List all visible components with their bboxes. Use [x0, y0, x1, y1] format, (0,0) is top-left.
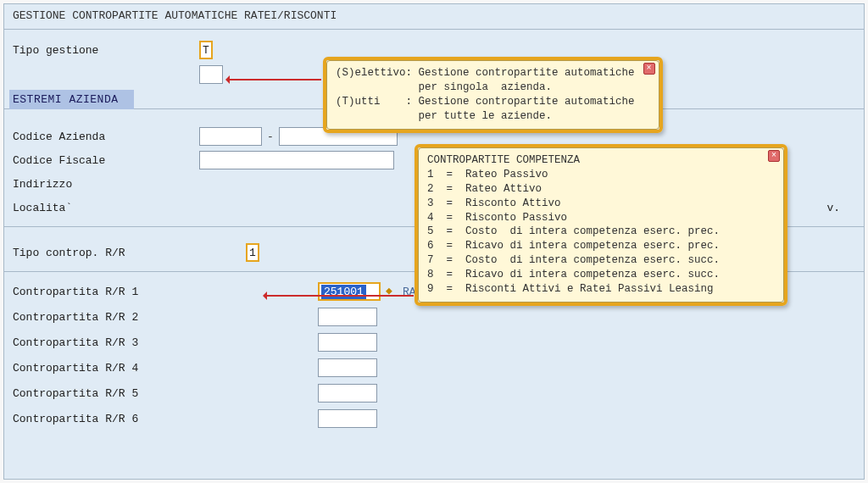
tipo-gestione-field[interactable]: T	[199, 41, 213, 59]
close-icon[interactable]: ×	[643, 63, 655, 75]
contropartita-label-5: Contropartita R/R 5	[13, 387, 318, 400]
codice-fiscale-label: Codice Fiscale	[13, 154, 199, 167]
contropartita-field-5[interactable]	[318, 384, 377, 402]
help-tipo-gestione-wrap: ×(S)elettivo: Gestione contropartite aut…	[323, 57, 663, 133]
tipo-gestione-label: Tipo gestione	[13, 44, 199, 57]
window-title: GESTIONE CONTROPARTITE AUTOMATICHE RATEI…	[4, 4, 864, 30]
codice-fiscale-input[interactable]	[199, 151, 394, 169]
tipo-controp-field[interactable]: 1	[246, 243, 259, 262]
localita-suffix: v.	[826, 202, 840, 214]
help-tipo-gestione: ×(S)elettivo: Gestione contropartite aut…	[326, 60, 659, 130]
indirizzo-label: Indirizzo	[13, 178, 199, 191]
tipo-controp-value: 1	[249, 247, 256, 259]
contropartita-field-2[interactable]	[318, 308, 377, 326]
localita-label: Localita`	[13, 202, 199, 214]
tipo-controp-label: Tipo controp. R/R	[13, 247, 246, 259]
help-controp: ×CONTROPARTITE COMPETENZA 1 = Rateo Pass…	[418, 147, 784, 303]
estremi-heading: ESTREMI AZIENDA	[9, 90, 134, 109]
close-icon[interactable]: ×	[768, 150, 780, 162]
arrow-tipo-controp	[265, 295, 414, 297]
contropartita-field-1[interactable]: 251001	[318, 282, 381, 301]
arrow-tipo-gestione	[228, 79, 321, 80]
contropartita-field-3[interactable]	[318, 333, 377, 352]
contropartita-label-2: Contropartita R/R 2	[13, 311, 318, 324]
help-controp-wrap: ×CONTROPARTITE COMPETENZA 1 = Rateo Pass…	[415, 144, 787, 306]
contropartita-field-6[interactable]	[318, 409, 377, 428]
tipo-gestione-value: T	[203, 44, 209, 57]
tipo-gestione-secondary-box[interactable]	[199, 65, 223, 84]
contropartita-label-3: Contropartita R/R 3	[13, 336, 318, 349]
contropartita-label-6: Contropartita R/R 6	[13, 413, 318, 425]
dash-separator: -	[267, 130, 274, 143]
codice-azienda-label: Codice Azienda	[13, 130, 199, 143]
contropartita-label-4: Contropartita R/R 4	[13, 362, 318, 375]
app-window: GESTIONE CONTROPARTITE AUTOMATICHE RATEI…	[3, 3, 865, 480]
codice-azienda-input-1[interactable]	[199, 127, 262, 146]
contropartita-field-4[interactable]	[318, 358, 377, 377]
